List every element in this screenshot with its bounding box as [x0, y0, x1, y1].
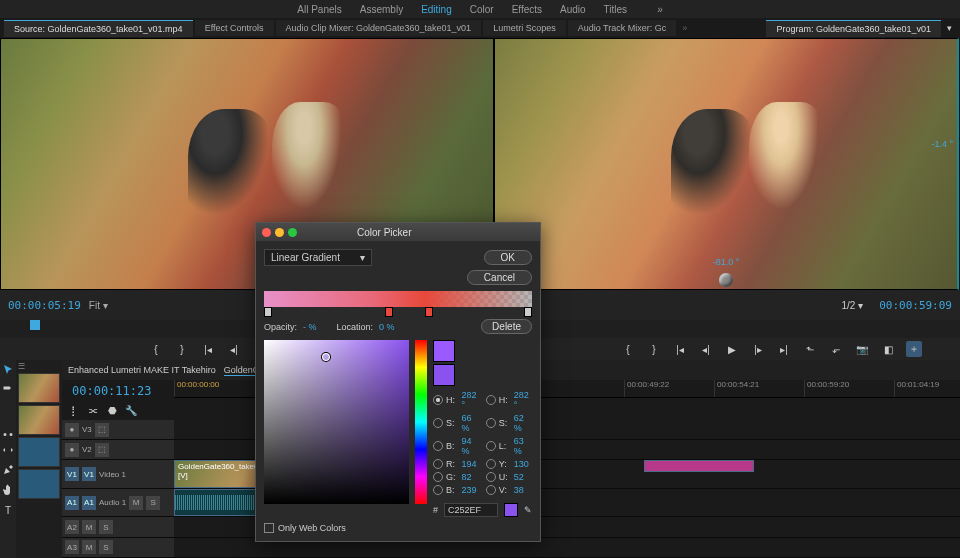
location-value[interactable]: 0 %	[379, 322, 395, 332]
sequence-tab-1[interactable]: Enhanced Lumetri MAKE IT Takehiro	[68, 365, 216, 375]
a1-solo[interactable]: S	[146, 496, 160, 510]
yuv-u-input[interactable]: 52	[514, 472, 532, 482]
workspace-tab-all[interactable]: All Panels	[297, 4, 341, 15]
v2-lock[interactable]: ⬚	[95, 443, 109, 457]
step-back-button[interactable]: ◂|	[226, 341, 242, 357]
lumetri-scopes-tab[interactable]: Lumetri Scopes	[483, 20, 566, 36]
panel-overflow-icon[interactable]: »	[678, 23, 691, 33]
prog-go-in-button[interactable]: |◂	[672, 341, 688, 357]
gradient-stop-start[interactable]	[264, 307, 272, 317]
rgb-b-input[interactable]: 239	[462, 485, 480, 495]
prog-step-back-button[interactable]: ◂|	[698, 341, 714, 357]
prog-mark-out-button[interactable]: }	[646, 341, 662, 357]
lift-button[interactable]: ⬑	[802, 341, 818, 357]
vr-trackball[interactable]	[719, 273, 733, 287]
project-icon[interactable]: ☰	[18, 362, 60, 371]
gradient-preview[interactable]	[264, 291, 532, 307]
link-icon[interactable]: ⫘	[85, 402, 101, 418]
audio-clip-mixer-tab[interactable]: Audio Clip Mixer: GoldenGate360_take01_v…	[276, 20, 482, 36]
radio-y[interactable]	[486, 459, 496, 469]
hsl-s-input[interactable]: 62 %	[514, 413, 532, 433]
mark-out-button[interactable]: }	[174, 341, 190, 357]
radio-g[interactable]	[433, 472, 443, 482]
gradient-type-dropdown[interactable]: Linear Gradient▾	[264, 249, 372, 266]
only-web-colors-checkbox[interactable]: Only Web Colors	[264, 523, 532, 533]
dialog-titlebar[interactable]: Color Picker	[256, 223, 540, 241]
a3-mute[interactable]: M	[82, 540, 96, 554]
extract-button[interactable]: ⬐	[828, 341, 844, 357]
v3-lock[interactable]: ⬚	[95, 423, 109, 437]
program-panel-tab[interactable]: Program: GoldenGate360_take01_v01	[766, 20, 941, 37]
zoom-icon[interactable]	[288, 228, 297, 237]
project-thumb-4[interactable]	[18, 469, 60, 499]
close-icon[interactable]	[262, 228, 271, 237]
workspace-tab-audio[interactable]: Audio	[560, 4, 586, 15]
playhead-icon[interactable]	[30, 320, 40, 330]
ripple-tool[interactable]	[0, 402, 16, 418]
a2-target[interactable]: A2	[65, 520, 79, 534]
prog-play-button[interactable]: ▶	[724, 341, 740, 357]
hex-input[interactable]	[444, 503, 498, 517]
track-select-tool[interactable]	[0, 382, 16, 398]
cancel-button[interactable]: Cancel	[467, 270, 532, 285]
a2-solo[interactable]: S	[99, 520, 113, 534]
effect-controls-tab[interactable]: Effect Controls	[195, 20, 274, 36]
radio-hsl-h[interactable]	[486, 395, 496, 405]
lumetri-marker[interactable]	[644, 460, 754, 472]
zoom-fit-dropdown[interactable]: Fit ▾	[89, 300, 108, 311]
gradient-stop-mid2[interactable]	[425, 307, 433, 317]
hsb-h-input[interactable]: 282 °	[462, 390, 480, 410]
gradient-stop-end[interactable]	[524, 307, 532, 317]
rgb-g-input[interactable]: 82	[462, 472, 480, 482]
eyedropper-icon[interactable]: ✎	[524, 505, 532, 515]
hsb-b-input[interactable]: 94 %	[462, 436, 480, 456]
comparison-icon[interactable]: ◧	[880, 341, 896, 357]
rgb-r-input[interactable]: 194	[462, 459, 480, 469]
a3-target[interactable]: A3	[65, 540, 79, 554]
gradient-stops[interactable]	[264, 309, 532, 319]
workspace-tab-titles[interactable]: Titles	[604, 4, 628, 15]
hsb-s-input[interactable]: 66 %	[462, 413, 480, 433]
workspace-tab-color[interactable]: Color	[470, 4, 494, 15]
radio-b[interactable]	[433, 441, 443, 451]
yuv-y-input[interactable]: 130	[514, 459, 532, 469]
prog-mark-in-button[interactable]: {	[620, 341, 636, 357]
radio-u[interactable]	[486, 472, 496, 482]
delete-stop-button[interactable]: Delete	[481, 319, 532, 334]
workspace-tab-effects[interactable]: Effects	[512, 4, 542, 15]
a2-mute[interactable]: M	[82, 520, 96, 534]
wrench-icon[interactable]: 🔧	[123, 402, 139, 418]
hue-slider[interactable]	[415, 340, 427, 504]
hsl-h-input[interactable]: 282 °	[514, 390, 532, 410]
marker-icon[interactable]: ⬣	[104, 402, 120, 418]
v3-toggle[interactable]: ●	[65, 423, 79, 437]
ok-button[interactable]: OK	[484, 250, 532, 265]
v1-src[interactable]: V1	[65, 467, 79, 481]
radio-bb[interactable]	[433, 485, 443, 495]
radio-v[interactable]	[486, 485, 496, 495]
minimize-icon[interactable]	[275, 228, 284, 237]
project-thumb-3[interactable]	[18, 437, 60, 467]
prog-go-out-button[interactable]: ▸|	[776, 341, 792, 357]
opacity-value[interactable]: - %	[303, 322, 317, 332]
audio-track-mixer-tab[interactable]: Audio Track Mixer: Gc	[568, 20, 677, 36]
program-preview[interactable]	[495, 39, 957, 289]
selection-tool[interactable]	[0, 362, 16, 378]
v2-toggle[interactable]: ●	[65, 443, 79, 457]
pen-tool[interactable]	[0, 462, 16, 478]
yuv-v-input[interactable]: 38	[514, 485, 532, 495]
timeline-timecode[interactable]: 00:00:11:23	[66, 382, 170, 400]
hand-tool[interactable]	[0, 482, 16, 498]
program-zoom-dropdown[interactable]: 1/2 ▾	[841, 300, 863, 311]
a1-src[interactable]: A1	[65, 496, 79, 510]
radio-s[interactable]	[433, 418, 443, 428]
type-tool[interactable]: T	[0, 502, 16, 518]
a1-mute[interactable]: M	[129, 496, 143, 510]
gradient-stop-mid1[interactable]	[385, 307, 393, 317]
source-panel-tab[interactable]: Source: GoldenGate360_take01_v01.mp4	[4, 20, 193, 37]
project-thumb-2[interactable]	[18, 405, 60, 435]
panel-menu-icon[interactable]: ▾	[947, 23, 952, 33]
workspace-tab-editing[interactable]: Editing	[421, 4, 452, 15]
source-timecode[interactable]: 00:00:05:19	[8, 299, 81, 312]
razor-tool[interactable]	[0, 422, 16, 438]
